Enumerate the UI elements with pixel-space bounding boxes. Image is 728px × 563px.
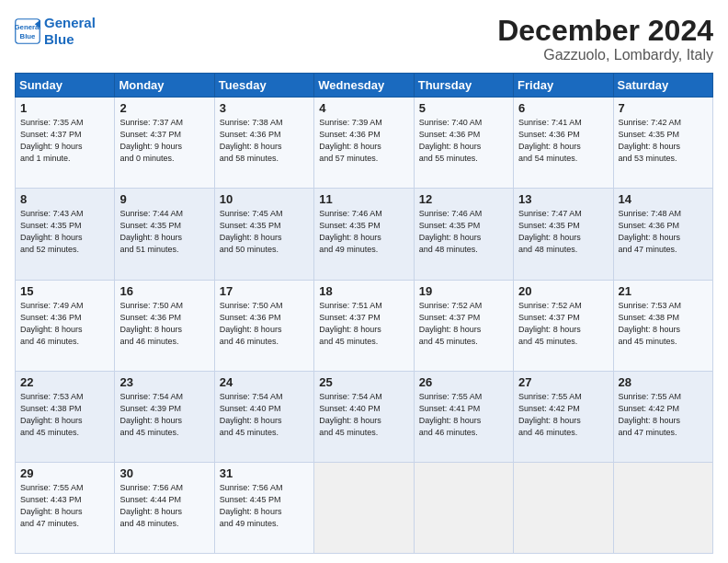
day-number: 26	[419, 375, 509, 389]
logo-text: General Blue	[44, 15, 96, 48]
day-info: Sunrise: 7:51 AM Sunset: 4:37 PM Dayligh…	[319, 300, 409, 348]
day-info: Sunrise: 7:37 AM Sunset: 4:37 PM Dayligh…	[119, 117, 210, 165]
day-number: 4	[319, 101, 409, 115]
day-cell: 3Sunrise: 7:38 AM Sunset: 4:36 PM Daylig…	[214, 98, 313, 189]
day-number: 28	[619, 375, 709, 389]
day-cell: 30Sunrise: 7:56 AM Sunset: 4:44 PM Dayli…	[115, 462, 214, 553]
day-info: Sunrise: 7:41 AM Sunset: 4:36 PM Dayligh…	[518, 117, 609, 165]
day-number: 19	[419, 284, 509, 298]
day-info: Sunrise: 7:52 AM Sunset: 4:37 PM Dayligh…	[419, 300, 509, 348]
day-number: 25	[319, 375, 409, 389]
day-info: Sunrise: 7:54 AM Sunset: 4:40 PM Dayligh…	[319, 391, 409, 439]
header-monday: Monday	[115, 74, 214, 98]
day-number: 16	[119, 284, 210, 298]
day-number: 9	[119, 192, 210, 206]
header-wednesday: Wednesday	[314, 74, 414, 98]
day-number: 11	[319, 192, 409, 206]
day-cell: 16Sunrise: 7:50 AM Sunset: 4:36 PM Dayli…	[115, 280, 214, 371]
day-info: Sunrise: 7:55 AM Sunset: 4:42 PM Dayligh…	[619, 391, 709, 439]
day-number: 13	[518, 192, 609, 206]
week-row-4: 22Sunrise: 7:53 AM Sunset: 4:38 PM Dayli…	[16, 371, 713, 462]
day-info: Sunrise: 7:52 AM Sunset: 4:37 PM Dayligh…	[518, 300, 609, 348]
day-cell: 9Sunrise: 7:44 AM Sunset: 4:35 PM Daylig…	[115, 189, 214, 280]
day-cell: 14Sunrise: 7:48 AM Sunset: 4:36 PM Dayli…	[613, 189, 712, 280]
day-number: 14	[619, 192, 709, 206]
day-number: 30	[119, 466, 210, 480]
day-number: 18	[319, 284, 409, 298]
day-cell: 19Sunrise: 7:52 AM Sunset: 4:37 PM Dayli…	[414, 280, 513, 371]
week-row-2: 8Sunrise: 7:43 AM Sunset: 4:35 PM Daylig…	[16, 189, 713, 280]
day-info: Sunrise: 7:38 AM Sunset: 4:36 PM Dayligh…	[220, 117, 310, 165]
day-cell: 2Sunrise: 7:37 AM Sunset: 4:37 PM Daylig…	[115, 98, 214, 189]
day-number: 12	[419, 192, 509, 206]
day-info: Sunrise: 7:56 AM Sunset: 4:44 PM Dayligh…	[119, 482, 210, 530]
day-info: Sunrise: 7:46 AM Sunset: 4:35 PM Dayligh…	[419, 208, 509, 256]
day-number: 27	[518, 375, 609, 389]
day-number: 3	[220, 101, 310, 115]
day-number: 2	[119, 101, 210, 115]
day-cell: 25Sunrise: 7:54 AM Sunset: 4:40 PM Dayli…	[314, 371, 414, 462]
day-number: 8	[20, 192, 110, 206]
day-number: 6	[518, 101, 609, 115]
day-info: Sunrise: 7:42 AM Sunset: 4:35 PM Dayligh…	[619, 117, 709, 165]
day-cell	[414, 462, 513, 553]
day-cell: 11Sunrise: 7:46 AM Sunset: 4:35 PM Dayli…	[314, 189, 414, 280]
day-number: 1	[20, 101, 110, 115]
day-info: Sunrise: 7:55 AM Sunset: 4:43 PM Dayligh…	[20, 482, 110, 530]
day-info: Sunrise: 7:35 AM Sunset: 4:37 PM Dayligh…	[20, 117, 110, 165]
header-sunday: Sunday	[16, 74, 115, 98]
day-cell: 31Sunrise: 7:56 AM Sunset: 4:45 PM Dayli…	[214, 462, 313, 553]
day-info: Sunrise: 7:46 AM Sunset: 4:35 PM Dayligh…	[319, 208, 409, 256]
day-info: Sunrise: 7:39 AM Sunset: 4:36 PM Dayligh…	[319, 117, 409, 165]
day-number: 21	[619, 284, 709, 298]
day-number: 24	[220, 375, 310, 389]
header: General Blue General Blue December 2024 …	[15, 15, 713, 63]
logo: General Blue General Blue	[15, 15, 96, 48]
day-info: Sunrise: 7:56 AM Sunset: 4:45 PM Dayligh…	[220, 482, 310, 530]
day-info: Sunrise: 7:55 AM Sunset: 4:41 PM Dayligh…	[419, 391, 509, 439]
day-cell: 12Sunrise: 7:46 AM Sunset: 4:35 PM Dayli…	[414, 189, 513, 280]
day-number: 10	[220, 192, 310, 206]
day-cell: 28Sunrise: 7:55 AM Sunset: 4:42 PM Dayli…	[613, 371, 712, 462]
day-number: 31	[220, 466, 310, 480]
day-info: Sunrise: 7:49 AM Sunset: 4:36 PM Dayligh…	[20, 300, 110, 348]
main-title: December 2024	[497, 15, 713, 47]
day-number: 22	[20, 375, 110, 389]
day-cell: 27Sunrise: 7:55 AM Sunset: 4:42 PM Dayli…	[514, 371, 613, 462]
calendar-header-row: SundayMondayTuesdayWednesdayThursdayFrid…	[16, 74, 713, 98]
day-cell: 22Sunrise: 7:53 AM Sunset: 4:38 PM Dayli…	[16, 371, 115, 462]
svg-text:Blue: Blue	[20, 32, 37, 40]
logo-icon: General Blue	[15, 18, 40, 44]
subtitle: Gazzuolo, Lombardy, Italy	[497, 47, 713, 63]
calendar-table: SundayMondayTuesdayWednesdayThursdayFrid…	[15, 73, 713, 554]
day-cell: 18Sunrise: 7:51 AM Sunset: 4:37 PM Dayli…	[314, 280, 414, 371]
day-info: Sunrise: 7:50 AM Sunset: 4:36 PM Dayligh…	[119, 300, 210, 348]
day-cell: 17Sunrise: 7:50 AM Sunset: 4:36 PM Dayli…	[214, 280, 313, 371]
day-cell: 24Sunrise: 7:54 AM Sunset: 4:40 PM Dayli…	[214, 371, 313, 462]
day-cell: 15Sunrise: 7:49 AM Sunset: 4:36 PM Dayli…	[16, 280, 115, 371]
day-info: Sunrise: 7:53 AM Sunset: 4:38 PM Dayligh…	[20, 391, 110, 439]
title-block: December 2024 Gazzuolo, Lombardy, Italy	[497, 15, 713, 63]
day-cell: 13Sunrise: 7:47 AM Sunset: 4:35 PM Dayli…	[514, 189, 613, 280]
day-number: 7	[619, 101, 709, 115]
header-tuesday: Tuesday	[214, 74, 313, 98]
week-row-3: 15Sunrise: 7:49 AM Sunset: 4:36 PM Dayli…	[16, 280, 713, 371]
day-cell: 29Sunrise: 7:55 AM Sunset: 4:43 PM Dayli…	[16, 462, 115, 553]
day-cell	[613, 462, 712, 553]
day-cell: 23Sunrise: 7:54 AM Sunset: 4:39 PM Dayli…	[115, 371, 214, 462]
day-number: 23	[119, 375, 210, 389]
day-number: 17	[220, 284, 310, 298]
day-info: Sunrise: 7:40 AM Sunset: 4:36 PM Dayligh…	[419, 117, 509, 165]
day-number: 20	[518, 284, 609, 298]
day-cell: 10Sunrise: 7:45 AM Sunset: 4:35 PM Dayli…	[214, 189, 313, 280]
day-cell: 1Sunrise: 7:35 AM Sunset: 4:37 PM Daylig…	[16, 98, 115, 189]
day-info: Sunrise: 7:54 AM Sunset: 4:39 PM Dayligh…	[119, 391, 210, 439]
header-saturday: Saturday	[613, 74, 712, 98]
day-number: 29	[20, 466, 110, 480]
day-cell: 21Sunrise: 7:53 AM Sunset: 4:38 PM Dayli…	[613, 280, 712, 371]
day-cell: 26Sunrise: 7:55 AM Sunset: 4:41 PM Dayli…	[414, 371, 513, 462]
day-cell: 5Sunrise: 7:40 AM Sunset: 4:36 PM Daylig…	[414, 98, 513, 189]
day-info: Sunrise: 7:45 AM Sunset: 4:35 PM Dayligh…	[220, 208, 310, 256]
day-cell: 4Sunrise: 7:39 AM Sunset: 4:36 PM Daylig…	[314, 98, 414, 189]
day-cell	[314, 462, 414, 553]
